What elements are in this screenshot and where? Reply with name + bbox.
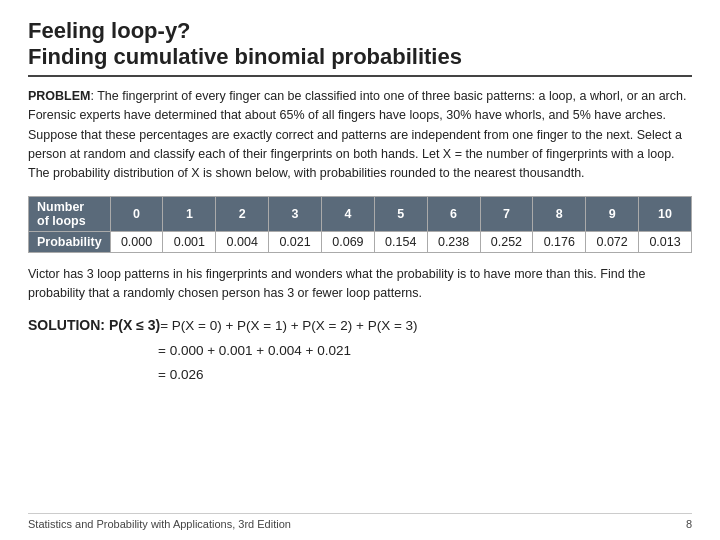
header-5: 5 (374, 196, 427, 231)
header-8: 8 (533, 196, 586, 231)
prob-10: 0.013 (639, 231, 692, 252)
solution-label-lhs: SOLUTION: P(X ≤ 3) (28, 313, 160, 338)
title-block: Feeling loop-y? Finding cumulative binom… (28, 18, 692, 77)
probability-label: Probability (29, 231, 111, 252)
solution-line2: = 0.000 + 0.001 + 0.004 + 0.021 (28, 339, 692, 363)
header-6: 6 (427, 196, 480, 231)
problem-body: The fingerprint of every finger can be c… (28, 89, 686, 181)
solution-rhs-1: = P(X = 0) + P(X = 1) + P(X = 2) + P(X =… (160, 314, 417, 338)
header-3: 3 (269, 196, 322, 231)
prob-4: 0.069 (321, 231, 374, 252)
prob-7: 0.252 (480, 231, 533, 252)
solution-rhs-3: = 0.026 (158, 363, 203, 387)
solution-block: SOLUTION: P(X ≤ 3) = P(X = 0) + P(X = 1)… (28, 313, 692, 387)
solution-px3: P(X ≤ 3) (109, 317, 160, 333)
prob-9: 0.072 (586, 231, 639, 252)
prob-1: 0.001 (163, 231, 216, 252)
header-0: 0 (110, 196, 163, 231)
prob-8: 0.176 (533, 231, 586, 252)
solution-line1: SOLUTION: P(X ≤ 3) = P(X = 0) + P(X = 1)… (28, 313, 692, 338)
header-4: 4 (321, 196, 374, 231)
probability-table: Numberof loops 0 1 2 3 4 5 6 7 8 9 10 Pr… (28, 196, 692, 253)
header-7: 7 (480, 196, 533, 231)
title-line1: Feeling loop-y? (28, 18, 692, 44)
problem-text: PROBLEM: The fingerprint of every finger… (28, 87, 692, 184)
footer-left: Statistics and Probability with Applicat… (28, 518, 291, 530)
prob-6: 0.238 (427, 231, 480, 252)
table-header-row: Numberof loops 0 1 2 3 4 5 6 7 8 9 10 (29, 196, 692, 231)
header-1: 1 (163, 196, 216, 231)
victor-text: Victor has 3 loop patterns in his finger… (28, 265, 692, 304)
header-10: 10 (639, 196, 692, 231)
problem-label: PROBLEM (28, 89, 91, 103)
prob-3: 0.021 (269, 231, 322, 252)
number-of-loops-label: Numberof loops (29, 196, 111, 231)
solution-line3: = 0.026 (28, 363, 692, 387)
table-value-row: Probability 0.000 0.001 0.004 0.021 0.06… (29, 231, 692, 252)
header-9: 9 (586, 196, 639, 231)
footer: Statistics and Probability with Applicat… (28, 513, 692, 530)
prob-0: 0.000 (110, 231, 163, 252)
prob-2: 0.004 (216, 231, 269, 252)
solution-keyword: SOLUTION (28, 317, 100, 333)
prob-5: 0.154 (374, 231, 427, 252)
footer-right: 8 (686, 518, 692, 530)
header-2: 2 (216, 196, 269, 231)
solution-rhs-2: = 0.000 + 0.001 + 0.004 + 0.021 (158, 339, 351, 363)
title-line2: Finding cumulative binomial probabilitie… (28, 44, 692, 70)
